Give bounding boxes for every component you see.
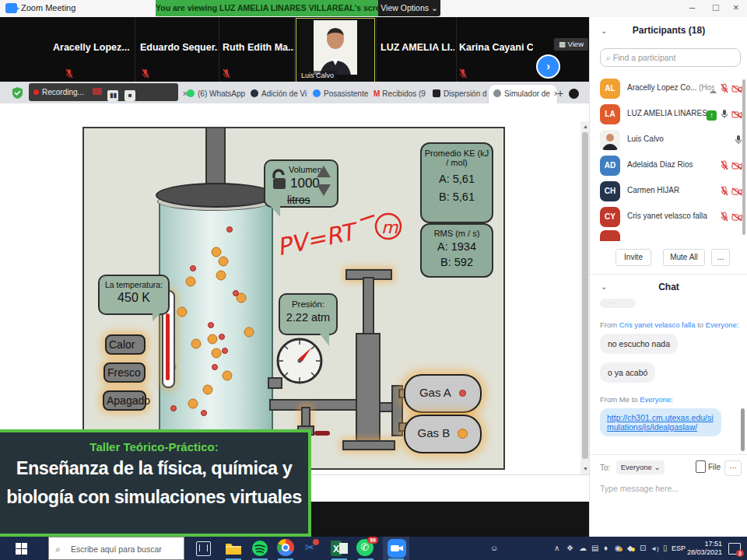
chat-scrollbar-thumb[interactable]	[741, 408, 745, 451]
dropbox-icon[interactable]: ❖	[566, 544, 573, 552]
scroll-up-icon[interactable]: ▲	[583, 124, 588, 129]
gas-a-particle	[170, 405, 177, 411]
divider	[590, 274, 747, 275]
gas-a-tank[interactable]: Gas A	[404, 374, 482, 413]
tab-posasistente[interactable]: Posasistente✕	[313, 85, 370, 103]
teams-icon[interactable]: ◉	[615, 544, 622, 552]
chevron-up-icon[interactable]: ∧	[554, 544, 559, 552]
participant-row[interactable]: AD Adelaida Diaz Rios	[600, 153, 744, 179]
participant-row[interactable]: LA LUZ AMELIA LINARES VILLA... ↑	[600, 102, 744, 128]
battery-icon[interactable]: ▤	[591, 544, 598, 552]
file-explorer-icon[interactable]	[224, 539, 243, 558]
participants-scrollbar-thumb[interactable]	[742, 79, 745, 235]
off-button[interactable]: Apagado	[103, 390, 146, 411]
gas-b-particle	[191, 339, 201, 349]
temperature-value[interactable]: 450 K	[100, 291, 168, 305]
next-participants-button[interactable]: ›	[536, 54, 560, 79]
maximize-button[interactable]: □	[713, 2, 719, 13]
spotify-icon[interactable]	[251, 539, 269, 558]
valve-red-handle[interactable]	[314, 431, 330, 436]
chrome-icon[interactable]	[277, 539, 294, 556]
tab-simulador-active[interactable]: Simulador de✕	[489, 85, 557, 103]
notification-center-icon[interactable]: 3	[728, 543, 741, 555]
excel-icon[interactable]: X	[330, 539, 349, 558]
chat-link-message[interactable]: http://ch301.cm.utexas.edu/si mulations/…	[600, 408, 721, 436]
view-layout-button[interactable]: ▦ View	[554, 38, 588, 51]
minimize-button[interactable]: –	[689, 2, 695, 13]
gas-a-particle	[201, 410, 207, 416]
new-tab-button[interactable]: +	[557, 85, 563, 103]
volume-value[interactable]: 1000	[290, 176, 320, 191]
chat-message-input[interactable]: Type message here...	[600, 484, 740, 493]
banner-kicker: Taller Teórico-Práctico:	[0, 440, 308, 453]
cool-button[interactable]: Fresco	[103, 362, 146, 383]
rms-title: RMS (m / s)	[422, 229, 492, 238]
chat-recipient-select[interactable]: Everyone ⌄	[616, 460, 665, 474]
video-tile-name: LUZ AMELIA LI...	[381, 42, 454, 53]
scrollbar-thumb[interactable]	[582, 132, 588, 459]
gas-b-particle	[216, 270, 226, 280]
close-button[interactable]: ×	[733, 2, 739, 13]
task-view-icon[interactable]	[196, 541, 211, 556]
mic-on-icon	[721, 109, 728, 119]
participant-row[interactable]: AL Aracelly Lopez Co... (Host, me) ☁	[600, 76, 744, 102]
video-off-icon	[731, 85, 742, 93]
banner-title-line: biología con simulaciones virtuales	[0, 487, 308, 508]
participant-row[interactable]: Luis Calvo	[600, 128, 744, 153]
to-label: To:	[600, 464, 610, 472]
main-pipe	[269, 399, 366, 411]
tab-adicion[interactable]: Adición de Vi✕	[251, 85, 310, 103]
search-icon: ⌕	[55, 537, 61, 560]
security-icon[interactable]: ◆	[627, 544, 633, 552]
stop-recording-icon[interactable]: ■	[124, 90, 135, 101]
gas-a-particle	[190, 265, 196, 271]
language-indicator[interactable]: ESP	[672, 544, 686, 552]
onedrive-icon[interactable]: ☁	[579, 544, 587, 552]
tile-divider	[135, 17, 135, 82]
chat-more-button[interactable]: ···	[724, 460, 742, 476]
invite-button[interactable]: Invite	[615, 249, 651, 266]
find-participant-input[interactable]: ⌕ Find a participant	[600, 48, 741, 67]
chat-link-line[interactable]: http://ch301.cm.utexas.edu/si	[607, 413, 714, 422]
tab-gmail[interactable]: MRecibidos (9✕	[374, 85, 430, 103]
pause-recording-icon[interactable]: ▮▮	[107, 90, 118, 101]
participant-row[interactable]: CH Carmen HIJAR	[600, 179, 744, 205]
file-label[interactable]: File	[708, 463, 721, 471]
volume-icon[interactable]: ◄)	[651, 545, 659, 552]
video-tile-name: Aracelly Lopez...	[53, 42, 135, 53]
pressure-value[interactable]: 2.22 atm	[280, 311, 336, 324]
snipping-tool-icon[interactable]: ✂	[305, 541, 324, 559]
zoom-app-taskbar-icon[interactable]	[388, 539, 406, 558]
start-button[interactable]	[16, 543, 27, 555]
chat-link-line[interactable]: mulations/js/idealgaslaw/	[607, 422, 714, 432]
recording-indicator: Recording... ▮▮ ■	[29, 83, 178, 101]
whatsapp-icon[interactable]: ✆99	[356, 539, 374, 556]
people-icon[interactable]: ☺	[490, 544, 498, 552]
participants-title: Participants (18)	[590, 25, 747, 36]
mute-all-button[interactable]: Mute All	[663, 249, 705, 266]
piston-lid[interactable]	[156, 183, 276, 208]
gas-b-tank[interactable]: Gas B	[404, 415, 482, 453]
participant-row[interactable]: CY Cris yanet velasco falla	[600, 205, 744, 230]
file-icon[interactable]	[696, 460, 706, 473]
taskbar-search-input[interactable]: ⌕ Escribe aquí para buscar	[48, 537, 184, 560]
gas-a-particle	[212, 364, 218, 370]
tab-whatsapp[interactable]: (6) WhatsApp✕	[187, 85, 247, 103]
volume-down-arrow[interactable]	[317, 184, 331, 196]
browser-profile-icon[interactable]	[569, 89, 579, 99]
display-icon[interactable]: ⊡	[640, 544, 646, 552]
temperature-callout: La temperatura: 450 K	[98, 275, 170, 315]
scroll-down-icon[interactable]: ▼	[583, 466, 588, 471]
phone-icon[interactable]: ▯	[663, 544, 668, 552]
view-options-button[interactable]: View Options ⌄	[378, 0, 440, 16]
volume-up-arrow[interactable]	[317, 166, 331, 177]
microphone-icon[interactable]: ♦	[604, 544, 608, 552]
tab-dispersion[interactable]: Dispersión d✕	[433, 85, 487, 103]
heat-button[interactable]: Calor	[105, 334, 146, 355]
whatsapp-badge: 99	[367, 537, 378, 544]
taskbar-clock[interactable]: 17:51 28/03/2021	[685, 540, 722, 557]
chat-message: o ya acabó	[600, 362, 655, 383]
more-options-button[interactable]: ...	[711, 249, 730, 266]
gas-a-particle	[219, 334, 225, 340]
gas-a-particle	[222, 348, 228, 354]
